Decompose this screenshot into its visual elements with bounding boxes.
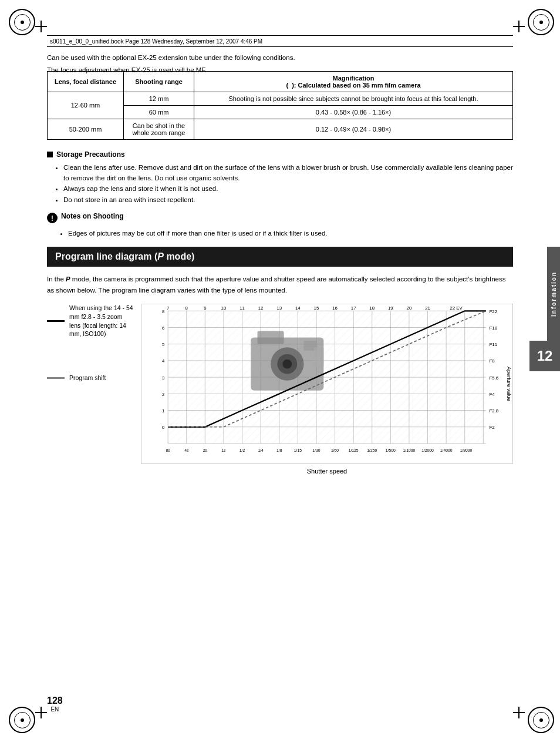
notes-title: Notes on Shooting	[61, 212, 124, 220]
svg-text:F22: F22	[489, 309, 497, 314]
svg-text:1/4: 1/4	[258, 448, 264, 452]
legend-item-1: When using the 14 - 54 mm f2.8 - 3.5 zoo…	[47, 304, 135, 338]
svg-text:13: 13	[276, 305, 282, 311]
svg-text:20: 20	[407, 305, 412, 311]
page-sub: EN	[47, 706, 63, 713]
legend-text-1: When using the 14 - 54 mm f2.8 - 3.5 zoo…	[69, 304, 135, 338]
svg-text:5: 5	[162, 342, 165, 347]
chapter-number: 12	[537, 349, 553, 363]
header-text: s0011_e_00_0_unified.book Page 128 Wedne…	[50, 38, 262, 45]
section-title-text: Program line diagram (P mode)	[55, 251, 194, 261]
svg-text:1/8: 1/8	[276, 448, 282, 452]
svg-text:11: 11	[239, 305, 245, 311]
notes-bullet-1: Edges of pictures may be cut off if more…	[68, 228, 513, 239]
spec-table-full: Lens, focal distance Shooting range Magn…	[47, 71, 513, 140]
svg-text:0: 0	[162, 425, 165, 430]
svg-text:F2.8: F2.8	[489, 408, 498, 414]
svg-text:1/8000: 1/8000	[460, 448, 473, 452]
legend-dash-solid	[47, 320, 65, 322]
storage-bullet-icon	[47, 152, 53, 157]
svg-point-33	[282, 360, 292, 369]
diagram-chart: 7 8 9 10 11 12 13 14 15 16 17 18 19 20 2…	[141, 304, 513, 475]
crosshair-tl	[35, 21, 47, 32]
svg-text:F11: F11	[489, 342, 497, 347]
svg-text:1/2: 1/2	[239, 448, 245, 452]
sidebar-label: Information	[551, 271, 557, 317]
svg-text:F2: F2	[489, 425, 494, 430]
td-lens-50-200: 50-200 mm	[48, 119, 124, 139]
storage-bullet-3: Do not store in an area with insect repe…	[63, 194, 513, 205]
shutter-speed-label: Shutter speed	[141, 468, 513, 475]
storage-title: Storage Precautions	[56, 150, 125, 159]
svg-text:22 EV: 22 EV	[450, 305, 463, 311]
section-title-bar: Program line diagram (P mode)	[47, 247, 513, 267]
svg-text:F5.6: F5.6	[489, 375, 498, 381]
svg-text:1/500: 1/500	[386, 448, 396, 452]
svg-text:21: 21	[425, 305, 430, 311]
storage-bullet-1: Clean the lens after use. Remove dust an…	[63, 162, 513, 184]
svg-text:2: 2	[162, 392, 164, 397]
legend-text-2: Program shift	[69, 374, 106, 382]
main-content: Can be used with the optional EX-25 exte…	[47, 53, 513, 680]
storage-heading: Storage Precautions	[47, 150, 513, 159]
crosshair-br	[513, 707, 525, 718]
svg-text:4: 4	[162, 359, 165, 364]
header-bar: s0011_e_00_0_unified.book Page 128 Wedne…	[47, 35, 513, 47]
svg-text:1/30: 1/30	[312, 448, 320, 452]
td-mag-50-200: 0.12 - 0.49× (0.24 - 0.98×)	[194, 119, 513, 139]
td-info-60mm: 0.43 - 0.58× (0.86 - 1.16×)	[194, 105, 513, 119]
td-focal-60mm: 60 mm	[124, 105, 194, 119]
storage-bullets: Clean the lens after use. Remove dust an…	[58, 162, 513, 206]
information-sidebar: Information	[547, 247, 560, 341]
svg-text:F18: F18	[489, 325, 497, 331]
notes-title-wrap: Notes on Shooting	[61, 212, 124, 220]
svg-text:1/125: 1/125	[349, 448, 359, 452]
svg-text:9: 9	[204, 305, 206, 311]
legend-dash-gray	[47, 377, 65, 379]
td-info-12mm: Shooting is not possible since subjects …	[194, 92, 513, 105]
table-row-2: 50-200 mm Can be shot in the whole zoom …	[48, 119, 513, 139]
diagram-area: When using the 14 - 54 mm f2.8 - 3.5 zoo…	[47, 304, 513, 475]
svg-text:F4: F4	[489, 392, 495, 397]
svg-text:3: 3	[162, 375, 165, 381]
svg-text:8: 8	[185, 305, 188, 311]
th-mag: Magnification( ): Calculated based on 35…	[194, 71, 513, 92]
svg-text:18: 18	[369, 305, 375, 311]
program-line-chart: 7 8 9 10 11 12 13 14 15 16 17 18 19 20 2…	[141, 304, 513, 464]
svg-text:12: 12	[258, 305, 264, 311]
notes-icon: !	[47, 213, 58, 223]
page-number-area: 128 EN	[47, 696, 63, 713]
svg-text:17: 17	[351, 305, 356, 311]
svg-text:1/4000: 1/4000	[440, 448, 453, 452]
program-intro: In the P mode, the camera is programmed …	[47, 274, 513, 295]
svg-text:1: 1	[162, 408, 164, 414]
crosshair-tr	[513, 21, 525, 32]
svg-text:8: 8	[162, 309, 165, 314]
td-range-50-200: Can be shot in the whole zoom range	[124, 119, 194, 139]
notes-section: ! Notes on Shooting	[47, 212, 513, 223]
svg-text:1/250: 1/250	[367, 448, 377, 452]
svg-rect-30	[258, 331, 284, 344]
table-row-1a: 12-60 mm 12 mm Shooting is not possible …	[48, 92, 513, 105]
chapter-badge: 12	[529, 341, 560, 371]
svg-rect-35	[313, 348, 323, 368]
crosshair-bl	[35, 707, 47, 718]
svg-text:F8: F8	[489, 359, 495, 364]
svg-text:7: 7	[167, 305, 169, 311]
svg-text:15: 15	[314, 305, 319, 311]
svg-text:16: 16	[332, 305, 338, 311]
svg-text:1/60: 1/60	[331, 448, 339, 452]
notes-bullets: Edges of pictures may be cut off if more…	[61, 228, 513, 239]
td-lens-12-60: 12-60 mm	[48, 92, 124, 119]
section-p-letter: P	[157, 251, 164, 261]
svg-text:14: 14	[295, 305, 301, 311]
svg-text:1/1000: 1/1000	[403, 448, 416, 452]
page-number: 128	[47, 696, 63, 706]
svg-text:1/15: 1/15	[294, 448, 302, 452]
svg-text:4s: 4s	[184, 448, 189, 452]
svg-text:Aperture value: Aperture value	[506, 367, 512, 401]
svg-text:8s: 8s	[166, 448, 171, 452]
svg-text:19: 19	[388, 305, 393, 311]
svg-text:10: 10	[221, 305, 227, 311]
legend-item-2: Program shift	[47, 374, 135, 382]
